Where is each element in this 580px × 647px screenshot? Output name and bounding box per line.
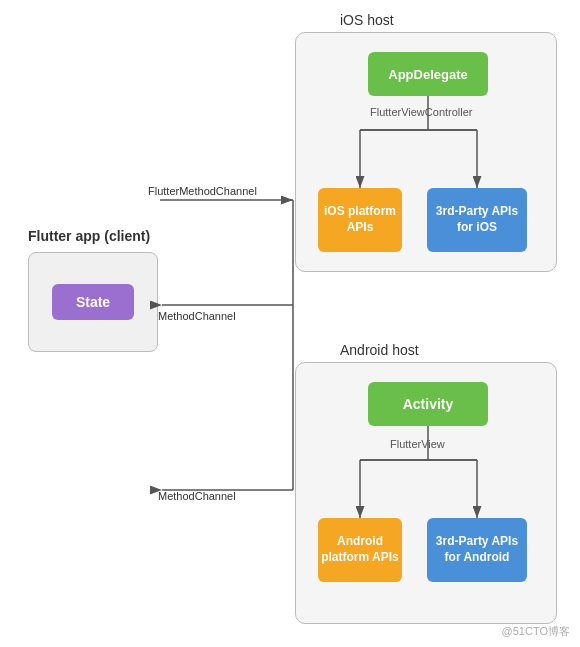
flutter-view-label: FlutterView [390,438,445,450]
android-3rdparty-box: 3rd-Party APIs for Android [427,518,527,582]
state-box: State [52,284,134,320]
flutter-client-label: Flutter app (client) [28,228,150,244]
flutter-view-controller-label: FlutterViewController [370,106,473,118]
watermark: @51CTO博客 [502,624,570,639]
ios-host-label: iOS host [340,12,394,28]
method-channel-top-label: MethodChannel [158,310,236,322]
ios-3rdparty-box: 3rd-Party APIs for iOS [427,188,527,252]
ios-platform-apis-box: iOS platform APIs [318,188,402,252]
android-host-label: Android host [340,342,419,358]
android-platform-apis-box: Android platform APIs [318,518,402,582]
diagram-container: Flutter app (client) State iOS host AppD… [0,0,580,647]
app-delegate-box: AppDelegate [368,52,488,96]
activity-box: Activity [368,382,488,426]
flutter-method-channel-label: FlutterMethodChannel [148,185,257,197]
flutter-client-box: State [28,252,158,352]
method-channel-bottom-label: MethodChannel [158,490,236,502]
